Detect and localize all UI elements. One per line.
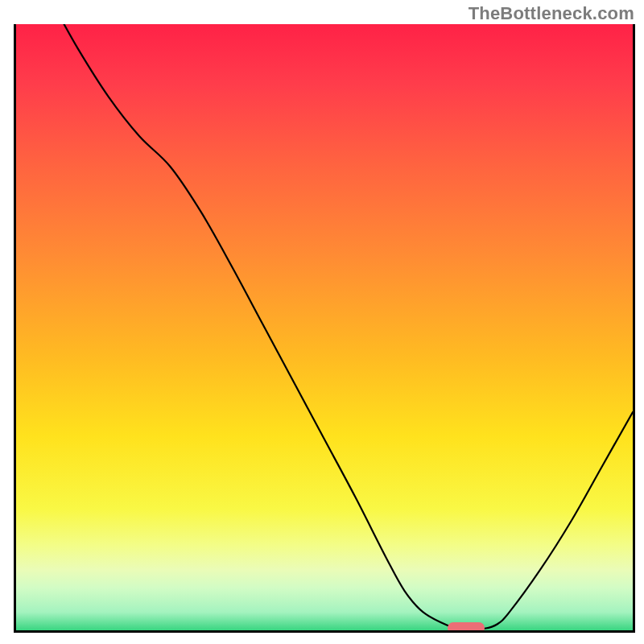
optimal-lozenge-marker	[448, 622, 485, 633]
chart-container: TheBottleneck.com	[0, 0, 644, 644]
watermark-text: TheBottleneck.com	[469, 3, 634, 24]
bottleneck-curve	[16, 24, 633, 630]
plot-area	[14, 24, 635, 633]
